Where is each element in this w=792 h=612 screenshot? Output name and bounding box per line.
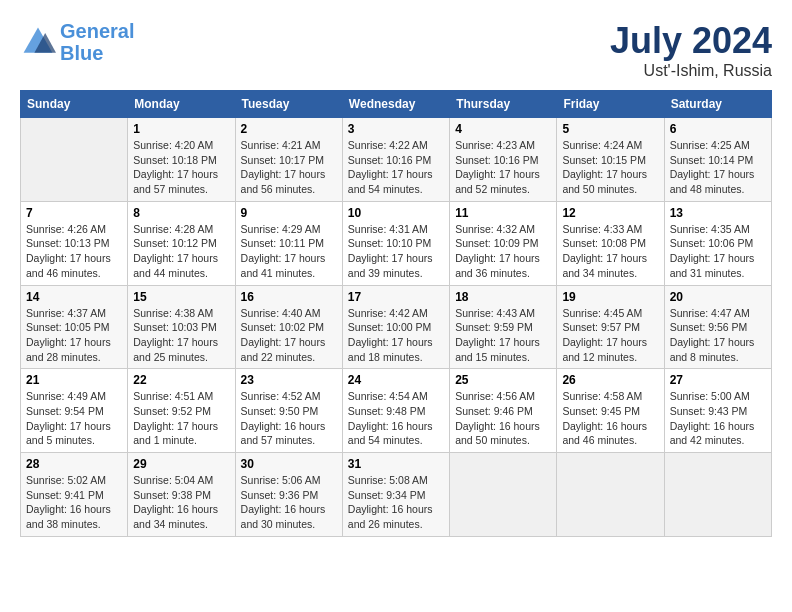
day-number: 15 [133,290,229,304]
day-cell: 12Sunrise: 4:33 AM Sunset: 10:08 PM Dayl… [557,201,664,285]
day-info: Sunrise: 5:00 AM Sunset: 9:43 PM Dayligh… [670,389,766,448]
day-cell [21,118,128,202]
day-cell: 28Sunrise: 5:02 AM Sunset: 9:41 PM Dayli… [21,453,128,537]
day-cell: 8Sunrise: 4:28 AM Sunset: 10:12 PM Dayli… [128,201,235,285]
day-cell [557,453,664,537]
weekday-header-row: SundayMondayTuesdayWednesdayThursdayFrid… [21,91,772,118]
day-number: 2 [241,122,337,136]
day-cell [450,453,557,537]
page-header: General Blue July 2024 Ust'-Ishim, Russi… [20,20,772,80]
day-cell: 21Sunrise: 4:49 AM Sunset: 9:54 PM Dayli… [21,369,128,453]
calendar-table: SundayMondayTuesdayWednesdayThursdayFrid… [20,90,772,537]
day-cell: 10Sunrise: 4:31 AM Sunset: 10:10 PM Dayl… [342,201,449,285]
day-cell: 4Sunrise: 4:23 AM Sunset: 10:16 PM Dayli… [450,118,557,202]
day-cell [664,453,771,537]
day-number: 1 [133,122,229,136]
day-number: 12 [562,206,658,220]
day-info: Sunrise: 4:23 AM Sunset: 10:16 PM Daylig… [455,138,551,197]
day-number: 13 [670,206,766,220]
weekday-header-thursday: Thursday [450,91,557,118]
logo: General Blue [20,20,134,64]
weekday-header-wednesday: Wednesday [342,91,449,118]
day-info: Sunrise: 4:58 AM Sunset: 9:45 PM Dayligh… [562,389,658,448]
day-info: Sunrise: 4:42 AM Sunset: 10:00 PM Daylig… [348,306,444,365]
day-info: Sunrise: 4:38 AM Sunset: 10:03 PM Daylig… [133,306,229,365]
weekday-header-friday: Friday [557,91,664,118]
logo-icon [20,24,56,60]
day-cell: 15Sunrise: 4:38 AM Sunset: 10:03 PM Dayl… [128,285,235,369]
day-number: 29 [133,457,229,471]
day-number: 30 [241,457,337,471]
week-row-4: 21Sunrise: 4:49 AM Sunset: 9:54 PM Dayli… [21,369,772,453]
week-row-1: 1Sunrise: 4:20 AM Sunset: 10:18 PM Dayli… [21,118,772,202]
day-cell: 5Sunrise: 4:24 AM Sunset: 10:15 PM Dayli… [557,118,664,202]
day-info: Sunrise: 4:31 AM Sunset: 10:10 PM Daylig… [348,222,444,281]
day-cell: 7Sunrise: 4:26 AM Sunset: 10:13 PM Dayli… [21,201,128,285]
day-number: 5 [562,122,658,136]
week-row-3: 14Sunrise: 4:37 AM Sunset: 10:05 PM Dayl… [21,285,772,369]
day-number: 10 [348,206,444,220]
day-info: Sunrise: 5:04 AM Sunset: 9:38 PM Dayligh… [133,473,229,532]
day-number: 18 [455,290,551,304]
weekday-header-sunday: Sunday [21,91,128,118]
day-info: Sunrise: 4:37 AM Sunset: 10:05 PM Daylig… [26,306,122,365]
day-cell: 24Sunrise: 4:54 AM Sunset: 9:48 PM Dayli… [342,369,449,453]
day-info: Sunrise: 4:51 AM Sunset: 9:52 PM Dayligh… [133,389,229,448]
day-cell: 14Sunrise: 4:37 AM Sunset: 10:05 PM Dayl… [21,285,128,369]
day-number: 3 [348,122,444,136]
day-number: 24 [348,373,444,387]
day-cell: 11Sunrise: 4:32 AM Sunset: 10:09 PM Dayl… [450,201,557,285]
day-cell: 29Sunrise: 5:04 AM Sunset: 9:38 PM Dayli… [128,453,235,537]
day-info: Sunrise: 4:54 AM Sunset: 9:48 PM Dayligh… [348,389,444,448]
location: Ust'-Ishim, Russia [610,62,772,80]
day-cell: 9Sunrise: 4:29 AM Sunset: 10:11 PM Dayli… [235,201,342,285]
day-info: Sunrise: 4:45 AM Sunset: 9:57 PM Dayligh… [562,306,658,365]
weekday-header-saturday: Saturday [664,91,771,118]
day-cell: 2Sunrise: 4:21 AM Sunset: 10:17 PM Dayli… [235,118,342,202]
day-info: Sunrise: 4:43 AM Sunset: 9:59 PM Dayligh… [455,306,551,365]
day-number: 26 [562,373,658,387]
day-number: 31 [348,457,444,471]
day-cell: 27Sunrise: 5:00 AM Sunset: 9:43 PM Dayli… [664,369,771,453]
day-cell: 16Sunrise: 4:40 AM Sunset: 10:02 PM Dayl… [235,285,342,369]
week-row-5: 28Sunrise: 5:02 AM Sunset: 9:41 PM Dayli… [21,453,772,537]
day-info: Sunrise: 4:28 AM Sunset: 10:12 PM Daylig… [133,222,229,281]
day-number: 16 [241,290,337,304]
day-cell: 26Sunrise: 4:58 AM Sunset: 9:45 PM Dayli… [557,369,664,453]
day-number: 14 [26,290,122,304]
day-info: Sunrise: 4:40 AM Sunset: 10:02 PM Daylig… [241,306,337,365]
title-block: July 2024 Ust'-Ishim, Russia [610,20,772,80]
day-info: Sunrise: 4:35 AM Sunset: 10:06 PM Daylig… [670,222,766,281]
day-info: Sunrise: 5:08 AM Sunset: 9:34 PM Dayligh… [348,473,444,532]
day-cell: 31Sunrise: 5:08 AM Sunset: 9:34 PM Dayli… [342,453,449,537]
day-cell: 23Sunrise: 4:52 AM Sunset: 9:50 PM Dayli… [235,369,342,453]
day-cell: 18Sunrise: 4:43 AM Sunset: 9:59 PM Dayli… [450,285,557,369]
day-number: 19 [562,290,658,304]
day-cell: 6Sunrise: 4:25 AM Sunset: 10:14 PM Dayli… [664,118,771,202]
day-cell: 20Sunrise: 4:47 AM Sunset: 9:56 PM Dayli… [664,285,771,369]
day-info: Sunrise: 5:02 AM Sunset: 9:41 PM Dayligh… [26,473,122,532]
day-info: Sunrise: 4:29 AM Sunset: 10:11 PM Daylig… [241,222,337,281]
day-number: 27 [670,373,766,387]
day-number: 21 [26,373,122,387]
day-info: Sunrise: 4:52 AM Sunset: 9:50 PM Dayligh… [241,389,337,448]
day-cell: 22Sunrise: 4:51 AM Sunset: 9:52 PM Dayli… [128,369,235,453]
day-number: 11 [455,206,551,220]
month-year: July 2024 [610,20,772,62]
logo-general: General [60,20,134,42]
week-row-2: 7Sunrise: 4:26 AM Sunset: 10:13 PM Dayli… [21,201,772,285]
day-number: 8 [133,206,229,220]
day-number: 23 [241,373,337,387]
day-info: Sunrise: 4:24 AM Sunset: 10:15 PM Daylig… [562,138,658,197]
day-cell: 30Sunrise: 5:06 AM Sunset: 9:36 PM Dayli… [235,453,342,537]
weekday-header-tuesday: Tuesday [235,91,342,118]
day-cell: 13Sunrise: 4:35 AM Sunset: 10:06 PM Dayl… [664,201,771,285]
day-info: Sunrise: 4:26 AM Sunset: 10:13 PM Daylig… [26,222,122,281]
weekday-header-monday: Monday [128,91,235,118]
day-info: Sunrise: 4:32 AM Sunset: 10:09 PM Daylig… [455,222,551,281]
day-number: 22 [133,373,229,387]
day-info: Sunrise: 4:47 AM Sunset: 9:56 PM Dayligh… [670,306,766,365]
logo-blue: Blue [60,42,103,64]
day-number: 6 [670,122,766,136]
day-cell: 17Sunrise: 4:42 AM Sunset: 10:00 PM Dayl… [342,285,449,369]
